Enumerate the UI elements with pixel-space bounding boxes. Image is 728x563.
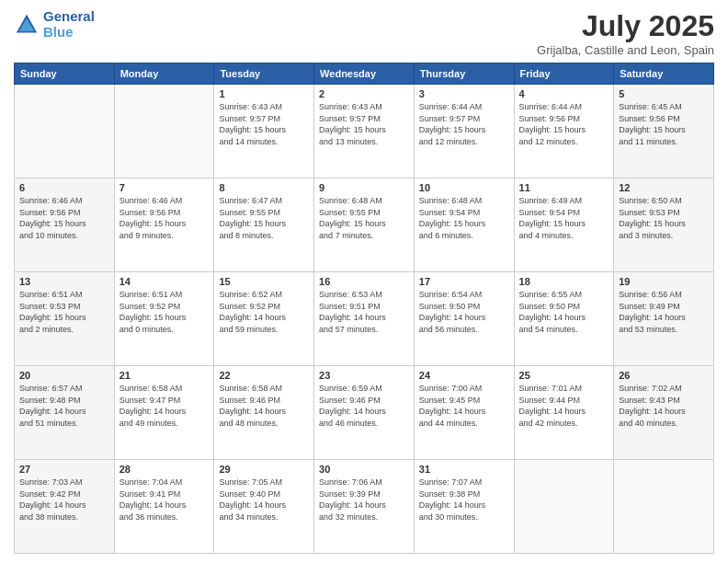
calendar-cell: 1Sunrise: 6:43 AM Sunset: 9:57 PM Daylig… <box>214 85 314 178</box>
calendar-cell: 14Sunrise: 6:51 AM Sunset: 9:52 PM Dayli… <box>114 272 214 366</box>
calendar-cell: 20Sunrise: 6:57 AM Sunset: 9:48 PM Dayli… <box>15 366 115 460</box>
day-number: 24 <box>419 370 509 381</box>
day-info: Sunrise: 6:43 AM Sunset: 9:57 PM Dayligh… <box>319 101 409 147</box>
day-info: Sunrise: 6:47 AM Sunset: 9:55 PM Dayligh… <box>219 195 309 241</box>
logo-icon <box>14 12 40 38</box>
day-number: 30 <box>319 464 409 475</box>
day-info: Sunrise: 7:04 AM Sunset: 9:41 PM Dayligh… <box>119 477 210 523</box>
calendar-cell <box>514 460 614 554</box>
calendar-cell: 18Sunrise: 6:55 AM Sunset: 9:50 PM Dayli… <box>514 272 614 366</box>
day-number: 2 <box>319 88 409 99</box>
day-info: Sunrise: 7:01 AM Sunset: 9:44 PM Dayligh… <box>519 383 609 429</box>
day-number: 9 <box>319 182 409 193</box>
day-number: 7 <box>119 182 210 193</box>
day-number: 23 <box>319 370 409 381</box>
day-number: 28 <box>119 464 210 475</box>
day-info: Sunrise: 6:46 AM Sunset: 9:56 PM Dayligh… <box>119 195 210 241</box>
day-info: Sunrise: 6:49 AM Sunset: 9:54 PM Dayligh… <box>519 195 609 241</box>
calendar-header-saturday: Saturday <box>614 63 714 85</box>
calendar-cell: 8Sunrise: 6:47 AM Sunset: 9:55 PM Daylig… <box>214 178 314 272</box>
day-number: 22 <box>219 370 309 381</box>
calendar-cell: 17Sunrise: 6:54 AM Sunset: 9:50 PM Dayli… <box>414 272 514 366</box>
calendar-cell: 19Sunrise: 6:56 AM Sunset: 9:49 PM Dayli… <box>614 272 714 366</box>
day-number: 1 <box>219 88 309 99</box>
logo: General Blue <box>14 9 95 40</box>
day-number: 8 <box>219 182 309 193</box>
calendar-cell: 12Sunrise: 6:50 AM Sunset: 9:53 PM Dayli… <box>614 178 714 272</box>
calendar-cell: 24Sunrise: 7:00 AM Sunset: 9:45 PM Dayli… <box>414 366 514 460</box>
calendar-cell: 3Sunrise: 6:44 AM Sunset: 9:57 PM Daylig… <box>414 85 514 178</box>
day-number: 29 <box>219 464 309 475</box>
calendar-cell: 26Sunrise: 7:02 AM Sunset: 9:43 PM Dayli… <box>614 366 714 460</box>
logo-text: General Blue <box>43 9 95 40</box>
day-number: 5 <box>619 88 709 99</box>
calendar-cell: 25Sunrise: 7:01 AM Sunset: 9:44 PM Dayli… <box>514 366 614 460</box>
day-info: Sunrise: 7:03 AM Sunset: 9:42 PM Dayligh… <box>19 477 109 523</box>
day-info: Sunrise: 6:43 AM Sunset: 9:57 PM Dayligh… <box>219 101 309 147</box>
day-number: 26 <box>619 370 709 381</box>
calendar-cell: 23Sunrise: 6:59 AM Sunset: 9:46 PM Dayli… <box>314 366 415 460</box>
day-info: Sunrise: 6:44 AM Sunset: 9:57 PM Dayligh… <box>419 101 509 147</box>
calendar-cell: 16Sunrise: 6:53 AM Sunset: 9:51 PM Dayli… <box>314 272 415 366</box>
day-number: 16 <box>319 276 409 287</box>
day-info: Sunrise: 6:50 AM Sunset: 9:53 PM Dayligh… <box>619 195 709 241</box>
calendar-cell: 27Sunrise: 7:03 AM Sunset: 9:42 PM Dayli… <box>15 460 115 554</box>
day-number: 6 <box>19 182 109 193</box>
day-number: 18 <box>519 276 609 287</box>
day-info: Sunrise: 6:48 AM Sunset: 9:54 PM Dayligh… <box>419 195 509 241</box>
calendar-cell: 30Sunrise: 7:06 AM Sunset: 9:39 PM Dayli… <box>314 460 415 554</box>
subtitle: Grijalba, Castille and Leon, Spain <box>537 43 714 57</box>
day-number: 11 <box>519 182 609 193</box>
day-number: 4 <box>519 88 609 99</box>
title-section: July 2025 Grijalba, Castille and Leon, S… <box>537 9 714 57</box>
day-info: Sunrise: 6:58 AM Sunset: 9:46 PM Dayligh… <box>219 383 309 429</box>
calendar-cell <box>114 85 214 178</box>
day-info: Sunrise: 6:56 AM Sunset: 9:49 PM Dayligh… <box>619 289 709 335</box>
day-info: Sunrise: 6:52 AM Sunset: 9:52 PM Dayligh… <box>219 289 309 335</box>
calendar-cell: 2Sunrise: 6:43 AM Sunset: 9:57 PM Daylig… <box>314 85 415 178</box>
calendar-header-monday: Monday <box>114 63 214 85</box>
calendar-table: SundayMondayTuesdayWednesdayThursdayFrid… <box>14 63 714 554</box>
calendar-cell: 21Sunrise: 6:58 AM Sunset: 9:47 PM Dayli… <box>114 366 214 460</box>
day-info: Sunrise: 6:48 AM Sunset: 9:55 PM Dayligh… <box>319 195 409 241</box>
calendar-header-sunday: Sunday <box>15 63 115 85</box>
day-info: Sunrise: 7:02 AM Sunset: 9:43 PM Dayligh… <box>619 383 709 429</box>
day-info: Sunrise: 6:44 AM Sunset: 9:56 PM Dayligh… <box>519 101 609 147</box>
day-number: 20 <box>19 370 109 381</box>
header: General Blue July 2025 Grijalba, Castill… <box>14 9 714 57</box>
day-number: 25 <box>519 370 609 381</box>
day-info: Sunrise: 6:57 AM Sunset: 9:48 PM Dayligh… <box>19 383 109 429</box>
calendar-header-thursday: Thursday <box>414 63 514 85</box>
day-number: 27 <box>19 464 109 475</box>
day-info: Sunrise: 6:51 AM Sunset: 9:52 PM Dayligh… <box>119 289 210 335</box>
day-number: 19 <box>619 276 709 287</box>
day-info: Sunrise: 7:06 AM Sunset: 9:39 PM Dayligh… <box>319 477 409 523</box>
calendar-cell: 7Sunrise: 6:46 AM Sunset: 9:56 PM Daylig… <box>114 178 214 272</box>
calendar-cell: 11Sunrise: 6:49 AM Sunset: 9:54 PM Dayli… <box>514 178 614 272</box>
calendar-cell <box>15 85 115 178</box>
calendar-header-tuesday: Tuesday <box>214 63 314 85</box>
day-number: 10 <box>419 182 509 193</box>
calendar-cell: 15Sunrise: 6:52 AM Sunset: 9:52 PM Dayli… <box>214 272 314 366</box>
calendar-cell: 13Sunrise: 6:51 AM Sunset: 9:53 PM Dayli… <box>15 272 115 366</box>
calendar-header-friday: Friday <box>514 63 614 85</box>
day-info: Sunrise: 6:53 AM Sunset: 9:51 PM Dayligh… <box>319 289 409 335</box>
day-info: Sunrise: 6:55 AM Sunset: 9:50 PM Dayligh… <box>519 289 609 335</box>
day-info: Sunrise: 6:58 AM Sunset: 9:47 PM Dayligh… <box>119 383 210 429</box>
day-info: Sunrise: 6:59 AM Sunset: 9:46 PM Dayligh… <box>319 383 409 429</box>
day-info: Sunrise: 6:51 AM Sunset: 9:53 PM Dayligh… <box>19 289 109 335</box>
day-info: Sunrise: 7:05 AM Sunset: 9:40 PM Dayligh… <box>219 477 309 523</box>
day-info: Sunrise: 7:00 AM Sunset: 9:45 PM Dayligh… <box>419 383 509 429</box>
day-number: 12 <box>619 182 709 193</box>
calendar-cell: 28Sunrise: 7:04 AM Sunset: 9:41 PM Dayli… <box>114 460 214 554</box>
day-info: Sunrise: 7:07 AM Sunset: 9:38 PM Dayligh… <box>419 477 509 523</box>
calendar-cell: 29Sunrise: 7:05 AM Sunset: 9:40 PM Dayli… <box>214 460 314 554</box>
calendar-cell: 10Sunrise: 6:48 AM Sunset: 9:54 PM Dayli… <box>414 178 514 272</box>
page: General Blue July 2025 Grijalba, Castill… <box>0 0 728 563</box>
calendar-cell: 6Sunrise: 6:46 AM Sunset: 9:56 PM Daylig… <box>15 178 115 272</box>
day-number: 14 <box>119 276 210 287</box>
day-info: Sunrise: 6:46 AM Sunset: 9:56 PM Dayligh… <box>19 195 109 241</box>
day-info: Sunrise: 6:54 AM Sunset: 9:50 PM Dayligh… <box>419 289 509 335</box>
calendar-header-wednesday: Wednesday <box>314 63 415 85</box>
calendar-cell: 4Sunrise: 6:44 AM Sunset: 9:56 PM Daylig… <box>514 85 614 178</box>
